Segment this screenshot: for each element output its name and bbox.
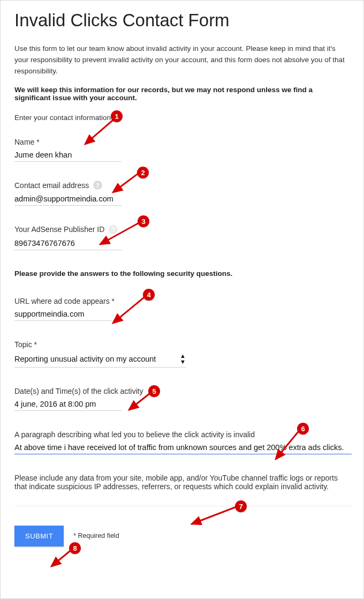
topic-select[interactable]: Reporting unusual activity on my account…: [14, 352, 186, 368]
intro-text: Use this form to let our team know about…: [14, 43, 350, 77]
help-icon[interactable]: ?: [109, 225, 118, 234]
required-note: * Required field: [73, 532, 119, 540]
page-title: Invalid Clicks Contact Form: [14, 10, 350, 31]
name-label: Name *: [14, 138, 350, 146]
contact-heading: Enter your contact information: [14, 114, 350, 122]
paragraph-label: A paragraph describing what led you to b…: [14, 430, 350, 439]
name-input[interactable]: [14, 149, 122, 162]
url-label: URL where ad code appears *: [14, 297, 350, 305]
security-heading: Please provide the answers to the follow…: [14, 269, 350, 278]
pubid-label: Your AdSense Publisher ID ?: [14, 225, 350, 235]
chevron-updown-icon: ▲▼: [180, 353, 186, 365]
logs-label: Please include any data from your site, …: [14, 474, 350, 491]
paragraph-input[interactable]: [14, 442, 352, 454]
logs-input[interactable]: [14, 494, 352, 506]
email-label: Contact email address ?: [14, 181, 350, 191]
pubid-input[interactable]: [14, 238, 122, 250]
email-input[interactable]: [14, 193, 122, 206]
dates-input[interactable]: [14, 399, 122, 411]
keep-notice: We will keep this information for our re…: [14, 86, 350, 102]
url-input[interactable]: [14, 309, 122, 321]
topic-label: Topic *: [14, 340, 350, 349]
submit-button[interactable]: SUBMIT: [14, 526, 64, 546]
dates-label: Date(s) and Time(s) of the click activit…: [14, 387, 350, 395]
topic-selected-value: Reporting unusual activity on my account: [14, 355, 156, 363]
help-icon[interactable]: ?: [93, 181, 102, 190]
